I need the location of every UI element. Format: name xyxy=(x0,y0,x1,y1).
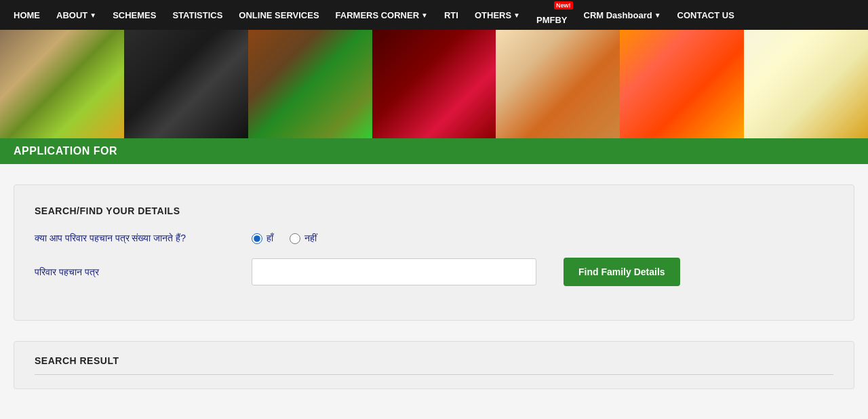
application-banner: APPLICATION FOR xyxy=(0,138,868,164)
others-dropdown-arrow: ▼ xyxy=(513,12,520,19)
radio-no[interactable] xyxy=(290,233,300,244)
hero-segment-4 xyxy=(372,30,496,138)
radio-no-text: नहीं xyxy=(304,233,317,244)
search-title: SEARCH/FIND YOUR DETAILS xyxy=(35,205,833,216)
nav-others[interactable]: OTHERS ▼ xyxy=(467,0,528,30)
result-section: SEARCH RESULT xyxy=(14,341,854,389)
result-title: SEARCH RESULT xyxy=(35,355,833,375)
radio-yes[interactable] xyxy=(252,233,262,244)
hero-strip xyxy=(0,30,868,138)
main-content: SEARCH/FIND YOUR DETAILS क्या आप परिवार … xyxy=(0,164,868,419)
nav-pmfby[interactable]: New! PMFBY xyxy=(528,0,576,30)
question-row: क्या आप परिवार पहचान पत्र संख्या जानते ह… xyxy=(35,233,833,244)
nav-statistics[interactable]: STATISTICS xyxy=(164,0,231,30)
search-card: SEARCH/FIND YOUR DETAILS क्या आप परिवार … xyxy=(14,184,854,321)
hero-segment-2 xyxy=(124,30,248,138)
nav-about[interactable]: ABOUT ▼ xyxy=(48,0,104,30)
about-dropdown-arrow: ▼ xyxy=(90,12,96,19)
nav-rti[interactable]: RTI xyxy=(436,0,467,30)
hero-segment-6 xyxy=(620,30,744,138)
nav-online-services[interactable]: ONLINE SERVICES xyxy=(231,0,327,30)
nav-contact-us[interactable]: CONTACT US xyxy=(669,0,743,30)
radio-group: हाँ नहीं xyxy=(252,233,317,244)
nav-farmers-corner[interactable]: FARMERS CORNER ▼ xyxy=(328,0,436,30)
nav-schemes[interactable]: SCHEMES xyxy=(104,0,164,30)
hero-segment-5 xyxy=(496,30,620,138)
family-id-input[interactable] xyxy=(252,258,536,285)
nav-home[interactable]: HOME xyxy=(5,0,48,30)
hero-segment-1 xyxy=(0,30,124,138)
question-label: क्या आप परिवार पहचान पत्र संख्या जानते ह… xyxy=(35,233,224,244)
field-label: परिवार पहचान पत्र xyxy=(35,266,224,278)
find-family-button[interactable]: Find Family Details xyxy=(564,258,680,286)
radio-yes-label[interactable]: हाँ xyxy=(252,233,273,244)
radio-yes-text: हाँ xyxy=(267,233,273,244)
farmers-corner-dropdown-arrow: ▼ xyxy=(421,12,428,19)
field-row: परिवार पहचान पत्र Find Family Details xyxy=(35,258,833,286)
radio-no-label[interactable]: नहीं xyxy=(290,233,317,244)
crm-dropdown-arrow: ▼ xyxy=(654,12,661,19)
hero-segment-3 xyxy=(248,30,372,138)
pmfby-new-badge: New! xyxy=(554,1,573,9)
main-nav: HOME ABOUT ▼ SCHEMES STATISTICS ONLINE S… xyxy=(0,0,868,30)
hero-segment-7 xyxy=(744,30,868,138)
nav-crm-dashboard[interactable]: CRM Dashboard ▼ xyxy=(576,0,669,30)
